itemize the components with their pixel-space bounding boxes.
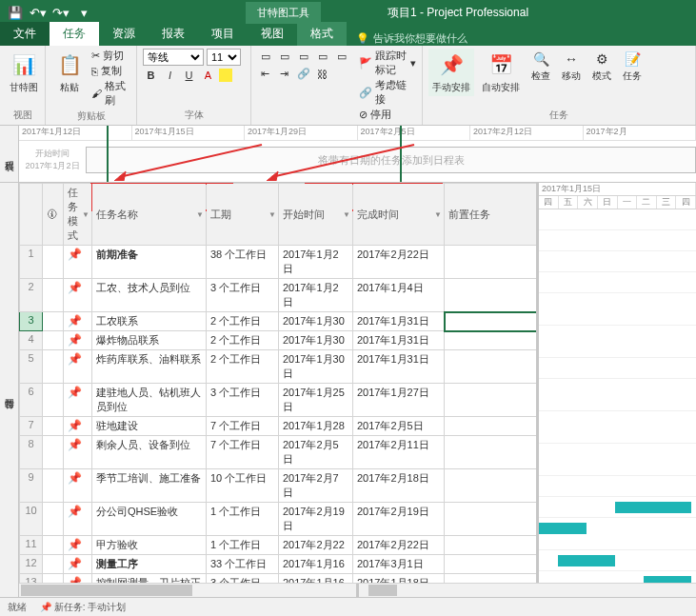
respect-links-button[interactable]: 🔗考虑链接 <box>359 78 416 107</box>
outdent-button[interactable]: ⇤ <box>257 66 273 82</box>
col-header-rownum[interactable] <box>20 184 43 246</box>
italic-button[interactable]: I <box>162 67 178 83</box>
cell-mode[interactable]: 📌 <box>64 350 92 384</box>
scrollbar-thumb-right[interactable] <box>368 585 397 596</box>
cell-name[interactable]: 爆炸物品联系 <box>92 331 207 350</box>
cell-info[interactable] <box>43 555 64 574</box>
cell-mode[interactable]: 📌 <box>64 331 92 350</box>
task-button[interactable]: 📝任务 <box>619 49 646 85</box>
cell-pred[interactable] <box>445 312 540 331</box>
scrollbar-thumb-left[interactable] <box>21 585 192 596</box>
table-row[interactable]: 12📌测量工序33 个工作日2017年1月162017年3月1日 <box>20 555 540 574</box>
table-row[interactable]: 7📌驻地建设7 个工作日2017年1月282017年2月5日 <box>20 417 540 436</box>
cell-info[interactable] <box>43 246 64 279</box>
track-mark-button[interactable]: 🚩跟踪时标记 ▾ <box>359 49 416 77</box>
cell-name[interactable]: 驻地建设 <box>92 417 207 436</box>
cell-info[interactable] <box>43 331 64 350</box>
table-row[interactable]: 1📌前期准备38 个工作日2017年1月2日2017年2月22日 <box>20 246 540 279</box>
cell-pred[interactable] <box>445 417 540 436</box>
cell-info[interactable] <box>43 384 64 417</box>
cell-mode[interactable]: 📌 <box>64 436 92 469</box>
col-header-duration[interactable]: 工期▼ <box>207 184 279 246</box>
indent-75-button[interactable]: ▭ <box>314 49 330 65</box>
cell-info[interactable] <box>43 503 64 536</box>
cell-mode[interactable]: 📌 <box>64 555 92 574</box>
cell-duration[interactable]: 33 个工作日 <box>207 555 279 574</box>
row-number[interactable]: 6 <box>20 384 43 417</box>
timeline[interactable]: 2017年1月12日2017年1月15日2017年1月29日2017年2月5日2… <box>19 126 696 182</box>
cell-info[interactable] <box>43 536 64 555</box>
row-number[interactable]: 2 <box>20 279 43 312</box>
row-number[interactable]: 8 <box>20 436 43 469</box>
cell-duration[interactable]: 1 个工作日 <box>207 503 279 536</box>
cut-button[interactable]: ✂剪切 <box>91 49 130 63</box>
row-number[interactable]: 3 <box>20 312 43 331</box>
bold-button[interactable]: B <box>143 67 159 83</box>
gantt-bar[interactable] <box>539 523 587 534</box>
table-row[interactable]: 9📌季节工培训、施工准备10 个工作日2017年2月7日2017年2月18日 <box>20 469 540 503</box>
cell-info[interactable] <box>43 469 64 503</box>
row-number[interactable]: 12 <box>20 555 43 574</box>
cell-mode[interactable]: 📌 <box>64 417 92 436</box>
cell-mode[interactable]: 📌 <box>64 503 92 536</box>
cell-duration[interactable]: 3 个工作日 <box>207 279 279 312</box>
tab-resource[interactable]: 资源 <box>99 22 149 46</box>
cell-name[interactable]: 前期准备 <box>92 246 207 279</box>
row-number[interactable]: 1 <box>20 246 43 279</box>
cell-duration[interactable]: 38 个工作日 <box>207 246 279 279</box>
indent-25-button[interactable]: ▭ <box>276 49 292 65</box>
cell-name[interactable]: 剩余人员、设备到位 <box>92 436 207 469</box>
cell-end[interactable]: 2017年1月31日 <box>353 312 445 331</box>
indent-50-button[interactable]: ▭ <box>295 49 311 65</box>
cell-mode[interactable]: 📌 <box>64 279 92 312</box>
mode-button[interactable]: ⚙模式 <box>588 49 615 85</box>
font-size-select[interactable]: 11 <box>207 49 241 66</box>
horizontal-scrollbar[interactable] <box>19 583 696 597</box>
timeline-side-tab[interactable]: 日程表 <box>0 126 19 182</box>
row-number[interactable]: 10 <box>20 503 43 536</box>
auto-schedule-button[interactable]: 📅自动安排 <box>478 49 524 96</box>
cell-start[interactable]: 2017年2月5日 <box>279 436 353 469</box>
chevron-down-icon[interactable]: ▼ <box>196 210 204 219</box>
cell-duration[interactable]: 3 个工作日 <box>207 384 279 417</box>
tell-me-search[interactable]: 💡 告诉我你想要做什么 <box>356 31 467 46</box>
undo-icon[interactable]: ↶▾ <box>29 3 48 22</box>
row-number[interactable]: 7 <box>20 417 43 436</box>
copy-button[interactable]: ⎘复制 <box>91 64 130 78</box>
font-color-button[interactable]: A <box>200 67 216 83</box>
cell-name[interactable]: 分公司QHSE验收 <box>92 503 207 536</box>
cell-start[interactable]: 2017年1月30日 <box>279 350 353 384</box>
table-row[interactable]: 4📌爆炸物品联系2 个工作日2017年1月302017年1月31日 <box>20 331 540 350</box>
cell-start[interactable]: 2017年1月30 <box>279 331 353 350</box>
cell-name[interactable]: 建驻地人员、钻机班人员到位 <box>92 384 207 417</box>
inspect-button[interactable]: 🔍检查 <box>527 49 554 85</box>
row-number[interactable]: 9 <box>20 469 43 503</box>
underline-button[interactable]: U <box>181 67 197 83</box>
cell-start[interactable]: 2017年1月2日 <box>279 279 353 312</box>
col-header-name[interactable]: 任务名称▼ <box>92 184 207 246</box>
tab-project[interactable]: 项目 <box>198 22 248 46</box>
deactivate-button[interactable]: ⊘停用 <box>359 108 416 122</box>
chevron-down-icon[interactable]: ▼ <box>434 210 442 219</box>
cell-info[interactable] <box>43 279 64 312</box>
cell-info[interactable] <box>43 312 64 331</box>
cell-name[interactable]: 季节工培训、施工准备 <box>92 469 207 503</box>
table-row[interactable]: 11📌甲方验收1 个工作日2017年2月222017年2月22日 <box>20 536 540 555</box>
cell-end[interactable]: 2017年2月22日 <box>353 246 445 279</box>
cell-end[interactable]: 2017年2月18日 <box>353 469 445 503</box>
gantt-chart[interactable]: 2017年1月15日 四五六日一二三四 <box>539 183 696 600</box>
gantt-side-tab[interactable]: 甘特图 <box>0 183 19 600</box>
cell-pred[interactable] <box>445 436 540 469</box>
cell-duration[interactable]: 7 个工作日 <box>207 417 279 436</box>
chevron-down-icon[interactable]: ▼ <box>343 210 350 219</box>
cell-start[interactable]: 2017年1月2日 <box>279 246 353 279</box>
cell-duration[interactable]: 2 个工作日 <box>207 331 279 350</box>
indent-button[interactable]: ⇥ <box>276 66 292 82</box>
indent-100-button[interactable]: ▭ <box>333 49 349 65</box>
row-number[interactable]: 11 <box>20 536 43 555</box>
table-row[interactable]: 6📌建驻地人员、钻机班人员到位3 个工作日2017年1月25日2017年1月27… <box>20 384 540 417</box>
cell-pred[interactable] <box>445 384 540 417</box>
redo-icon[interactable]: ↷▾ <box>51 3 70 22</box>
cell-end[interactable]: 2017年2月22日 <box>353 536 445 555</box>
gantt-bar[interactable] <box>558 555 615 566</box>
